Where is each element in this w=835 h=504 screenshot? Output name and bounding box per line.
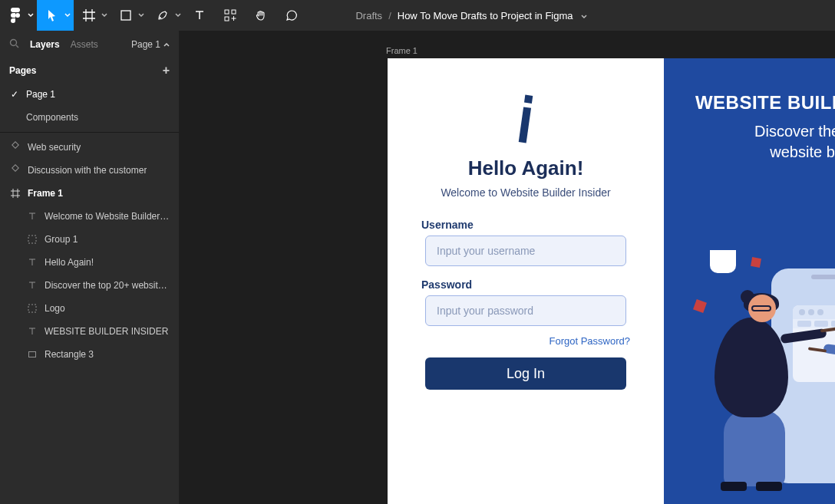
layer-row[interactable]: Logo bbox=[0, 297, 179, 320]
login-button[interactable]: Log In bbox=[425, 357, 626, 390]
figma-menu-button[interactable] bbox=[0, 0, 37, 31]
svg-rect-3 bbox=[225, 10, 229, 14]
frame-icon bbox=[9, 187, 21, 199]
password-input[interactable]: Input your password bbox=[425, 295, 626, 326]
username-label: Username bbox=[421, 219, 474, 231]
layer-row[interactable]: Rectangle 3 bbox=[0, 343, 179, 366]
page-picker-label: Page 1 bbox=[131, 39, 160, 50]
forgot-password-link[interactable]: Forgot Password? bbox=[550, 335, 631, 347]
svg-rect-5 bbox=[225, 17, 229, 21]
promo-subtitle-line1: Discover the top 20+ bbox=[754, 123, 835, 140]
promo-subtitle-line2: website builders bbox=[770, 143, 835, 160]
layer-label: Rectangle 3 bbox=[45, 349, 94, 360]
text-tool-button[interactable] bbox=[184, 0, 215, 31]
illustration-square bbox=[751, 257, 761, 268]
search-icon[interactable] bbox=[9, 38, 19, 51]
username-input[interactable]: Input your username bbox=[425, 236, 626, 266]
shape-tool-button[interactable] bbox=[111, 0, 147, 31]
svg-rect-9 bbox=[28, 236, 36, 243]
group-layer-icon bbox=[26, 233, 38, 245]
figma-logo-icon bbox=[10, 8, 21, 23]
file-title[interactable]: How To Move Drafts to Project in Figma bbox=[398, 10, 573, 21]
svg-point-2 bbox=[160, 17, 161, 18]
layer-label: Web security bbox=[28, 142, 81, 153]
svg-point-6 bbox=[11, 40, 17, 46]
svg-rect-11 bbox=[29, 352, 36, 357]
layer-label: Hello Again! bbox=[45, 257, 94, 268]
layer-row[interactable]: Group 1 bbox=[0, 228, 179, 251]
add-page-button[interactable]: + bbox=[163, 64, 170, 77]
layer-row-frame[interactable]: Frame 1 bbox=[0, 182, 179, 205]
promo-pane: WEBSITE BUILDER INSIDER Discover the top… bbox=[664, 58, 835, 504]
breadcrumb[interactable]: Drafts / How To Move Drafts to Project i… bbox=[307, 10, 635, 21]
layer-row[interactable]: WEBSITE BUILDER INSIDER bbox=[0, 320, 179, 343]
tab-assets[interactable]: Assets bbox=[71, 39, 98, 50]
text-tool-icon bbox=[194, 10, 205, 21]
main-area: Layers Assets Page 1 Pages + ✓ Page 1 Co… bbox=[0, 31, 835, 504]
layer-label: Frame 1 bbox=[28, 188, 63, 199]
layer-row[interactable]: Discussion with the customer bbox=[0, 159, 179, 182]
layer-row[interactable]: Hello Again! bbox=[0, 251, 179, 274]
text-layer-icon bbox=[26, 210, 38, 222]
canvas[interactable]: Frame 1 Hello Again! Welcome to Website … bbox=[179, 31, 835, 504]
chevron-down-icon bbox=[28, 13, 34, 18]
rectangle-tool-icon bbox=[120, 10, 131, 21]
chevron-down-icon[interactable] bbox=[581, 10, 587, 21]
page-picker[interactable]: Page 1 bbox=[131, 39, 170, 50]
artboard-frame-1[interactable]: Hello Again! Welcome to Website Builder … bbox=[388, 58, 835, 504]
page-row[interactable]: Components bbox=[0, 106, 179, 129]
login-button-label: Log In bbox=[507, 366, 545, 382]
pages-header: Pages + bbox=[0, 58, 179, 83]
layer-label: Logo bbox=[45, 303, 65, 314]
password-placeholder: Input your password bbox=[437, 305, 533, 317]
comment-tool-button[interactable] bbox=[276, 0, 307, 31]
logo-icon bbox=[514, 94, 537, 143]
layer-label: Welcome to Website Builder In... bbox=[45, 211, 170, 222]
svg-point-0 bbox=[15, 13, 20, 18]
check-icon: ✓ bbox=[9, 89, 20, 100]
chevron-down-icon bbox=[175, 13, 181, 18]
frame-tool-button[interactable] bbox=[74, 0, 111, 31]
layer-row[interactable]: Web security bbox=[0, 136, 179, 159]
layer-row[interactable]: Welcome to Website Builder In... bbox=[0, 205, 179, 228]
page-label: Page 1 bbox=[26, 89, 55, 100]
svg-rect-10 bbox=[28, 305, 36, 312]
chevron-down-icon bbox=[101, 13, 107, 18]
page-row[interactable]: ✓ Page 1 bbox=[0, 83, 179, 106]
pen-tool-button[interactable] bbox=[147, 0, 184, 31]
hand-tool-button[interactable] bbox=[246, 0, 276, 31]
pages-header-label: Pages bbox=[9, 65, 36, 76]
left-panel-tabs: Layers Assets Page 1 bbox=[0, 31, 179, 58]
layer-label: Discussion with the customer bbox=[28, 165, 147, 176]
illustration-person-left bbox=[705, 295, 790, 496]
canvas-frame-label[interactable]: Frame 1 bbox=[386, 46, 418, 55]
move-tool-button[interactable] bbox=[37, 0, 74, 31]
svg-rect-1 bbox=[121, 11, 130, 20]
chevron-down-icon bbox=[138, 13, 144, 18]
tool-group-left bbox=[0, 0, 307, 31]
divider bbox=[0, 132, 179, 133]
username-placeholder: Input your username bbox=[437, 245, 535, 257]
resources-icon bbox=[224, 9, 236, 21]
layer-row[interactable]: Discover the top 20+ website ... bbox=[0, 274, 179, 297]
frame-tool-icon bbox=[83, 9, 95, 21]
component-icon bbox=[9, 141, 21, 153]
breadcrumb-root[interactable]: Drafts bbox=[355, 10, 382, 21]
page-label: Components bbox=[26, 112, 78, 123]
svg-rect-8 bbox=[12, 165, 18, 171]
text-layer-icon bbox=[26, 325, 38, 338]
comment-icon bbox=[285, 9, 298, 21]
login-subheading: Welcome to Website Builder Insider bbox=[441, 186, 610, 199]
svg-rect-7 bbox=[12, 142, 18, 148]
hand-tool-icon bbox=[255, 9, 267, 21]
resources-tool-button[interactable] bbox=[215, 0, 246, 31]
breadcrumb-separator: / bbox=[388, 10, 391, 21]
promo-title: WEBSITE BUILDER INSIDER bbox=[664, 92, 835, 114]
top-toolbar: Drafts / How To Move Drafts to Project i… bbox=[0, 0, 835, 31]
pen-tool-icon bbox=[157, 9, 169, 21]
password-label: Password bbox=[421, 278, 472, 291]
tab-layers[interactable]: Layers bbox=[30, 39, 60, 50]
text-layer-icon bbox=[26, 279, 38, 292]
rectangle-layer-icon bbox=[26, 348, 38, 361]
layer-label: Group 1 bbox=[45, 234, 78, 245]
